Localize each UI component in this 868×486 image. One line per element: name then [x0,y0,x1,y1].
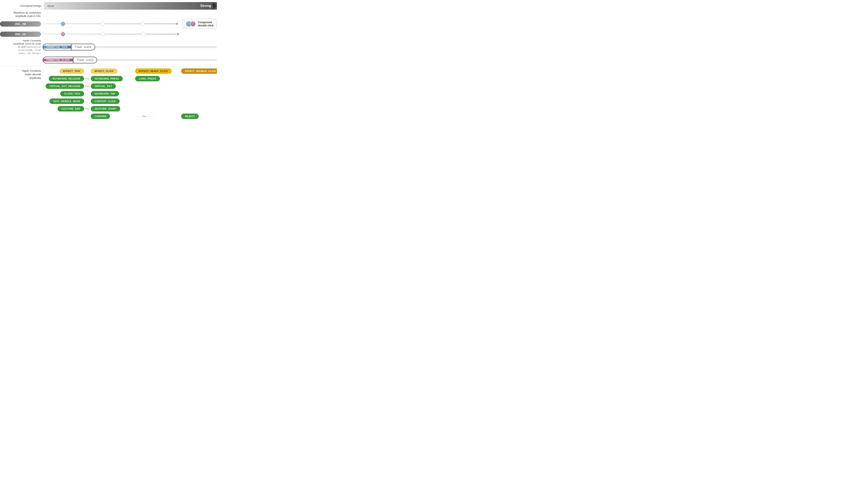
reject-col: REJECT [177,114,217,119]
keyboard-release-col: KEYBOARD_RELEASE [44,76,86,82]
composed-title: Composed double click [198,21,214,27]
pair-1-connector: Pair [86,77,89,80]
pair-2-label: Pair [85,85,90,88]
hal-h1-pill: HAL_H1 [0,32,41,37]
pair-6-line-2 [147,116,154,117]
haptic-discrete-grid: EFFECT_TICK EFFECT_CLICK EFFECT_HEAVY_CL… [44,68,217,121]
virtual-key-release-btn[interactable]: VIRTUAL_KEY_RELEASE [45,84,84,89]
composed-dots [186,21,196,27]
virtual-key-row: VIRTUAL_KEY_RELEASE Pair VIRTUAL_KEY [44,84,217,89]
keyboard-tap-col: KEYBOARD_TAP [89,91,131,96]
section-divider [0,66,217,66]
gesture-end-btn[interactable]: GESTURE_END [58,106,84,111]
hal-h0-circle-1 [100,22,104,26]
effect-double-col: EFFECT_DOUBLE_CLICK [177,68,217,74]
primitive-tick-pill: PRIMITIVE_TICK float scale [43,44,95,51]
text-handle-row: TEXT_HANDLE_MOVE CONTEXT_CLICK [44,98,217,104]
clock-tick-col: CLOCK_TICK [44,91,86,96]
gesture-start-btn[interactable]: GESTURE_START [91,106,120,111]
confirm-btn[interactable]: CONFIRM [91,114,110,119]
hal-h0-pill: HAL_H0 [0,21,41,27]
composed-legend: Composed double click [182,19,217,29]
vk-col: VIRTUAL_KEY [89,84,131,89]
hal-h0-track: S [44,21,178,27]
primitive-click-name: PRIMITIVE_CLICK [43,59,73,62]
effects-row: EFFECT_TICK EFFECT_CLICK EFFECT_HEAVY_CL… [44,68,217,74]
effect-heavy-col: EFFECT_HEAVY_CLICK [131,68,177,74]
primitive-click-pill: PRIMITIVE_CLICK float scale [43,57,97,63]
pair-6-label: Pair [142,115,147,118]
primitive-click-track: PRIMITIVE_CLICK float scale [44,56,217,64]
long-press-btn[interactable]: LONG_PRESS [135,76,160,82]
energy-bar-wrap: Weak Strong [44,2,217,10]
primitive-click-scale: float scale [73,57,97,63]
haptic-continuous-label: Haptic Constants (amplitude varies by sc… [0,39,44,55]
clock-tick-btn[interactable]: CLOCK_TICK [60,91,84,96]
keyboard-release-btn[interactable]: KEYBOARD_RELEASE [49,76,84,82]
confirm-col: CONFIRM [89,114,131,119]
effect-heavy-click-btn[interactable]: EFFECT_HEAVY_CLICK [135,68,172,74]
virtual-key-btn[interactable]: VIRTUAL_KEY [91,84,116,89]
waveform-label: Waveform by continuous amplitude scale i… [0,11,44,18]
haptic-continuous-row-tick: Haptic Constants (amplitude varies by sc… [0,39,217,55]
reject-btn[interactable]: REJECT [181,114,199,119]
pair-6-line [135,116,142,117]
energy-arrow-icon [213,2,217,10]
haptic-discrete-label: Haptic Constants(static discreteamplitud… [0,68,44,121]
effect-click-btn[interactable]: EFFECT_CLICK [91,68,117,74]
keyboard-tap-btn[interactable]: KEYBOARD_TAP [91,91,119,96]
context-click-col: CONTEXT_CLICK [89,98,131,104]
primitive-tick-name: PRIMITIVE_TICK [43,45,71,48]
hal-h1-track-arrow-icon [177,33,180,35]
haptic-continuous-row-click: PRIMITIVE_CLICK float scale [0,56,217,64]
energy-row: Conceptual energy Weak Strong [0,2,217,10]
primitive-tick-scale: float scale [71,44,95,50]
keyboard-press-btn[interactable]: KEYBOARD_PRESS [91,76,123,82]
text-handle-move-btn[interactable]: TEXT_HANDLE_MOVE [49,98,84,104]
pair-6-connector: Pair [131,115,177,118]
gesture-end-col: GESTURE_END [44,106,86,111]
hal-h0-row: HAL_H0 S Composed double click [0,19,217,29]
hal-h1-label-col: HAL_H1 [0,32,44,37]
haptic-discrete-section: Haptic Constants(static discreteamplitud… [0,68,217,121]
hal-h0-label-col: HAL_H0 [0,21,44,27]
context-click-btn[interactable]: CONTEXT_CLICK [91,98,120,104]
hal-h0-circle-2 [141,22,145,26]
text-handle-col: TEXT_HANDLE_MOVE [44,98,86,104]
effect-double-click-btn[interactable]: EFFECT_DOUBLE_CLICK [181,68,217,74]
pair-5-connector: Pair [86,107,89,110]
pair-5-label: Pair [85,107,90,110]
gesture-row: GESTURE_END Pair GESTURE_START [44,106,217,111]
hal-h0-dot: S [61,22,65,26]
energy-bar: Weak Strong [44,2,217,10]
effect-tick-col: EFFECT_TICK [44,68,86,74]
hal-track-arrow-icon [176,23,178,25]
waveform-label-row: Waveform by continuous amplitude scale i… [0,11,217,18]
hal-h1-row: HAL_H1 S [0,31,217,37]
clock-row: CLOCK_TICK KEYBOARD_TAP [44,91,217,96]
keyboard-row: KEYBOARD_RELEASE Pair KEYBOARD_PRESS LON… [44,76,217,82]
energy-strong-label: Strong [200,4,211,8]
hal-h1-dot: S [61,32,65,36]
keyboard-press-col: KEYBOARD_PRESS [89,76,131,82]
primitive-tick-track: PRIMITIVE_TICK float scale [44,43,217,51]
energy-weak-label: Weak [47,4,54,7]
energy-label: Conceptual energy [0,4,44,7]
gesture-start-col: GESTURE_START [89,106,131,111]
hal-h1-track: S [44,31,179,37]
pair-1-label: Pair [85,77,90,80]
confirm-reject-row: CONFIRM Pair REJECT [44,114,217,119]
hal-h1-circle-1 [101,32,105,36]
pair-2-connector: Pair [86,85,89,88]
hal-h1-circle-2 [142,32,146,36]
composed-dot-pink [190,21,196,27]
effect-click-col: EFFECT_CLICK [89,68,131,74]
vk-release-col: VIRTUAL_KEY_RELEASE [44,84,86,89]
effect-tick-btn[interactable]: EFFECT_TICK [59,68,84,74]
long-press-col: LONG_PRESS [131,76,177,82]
